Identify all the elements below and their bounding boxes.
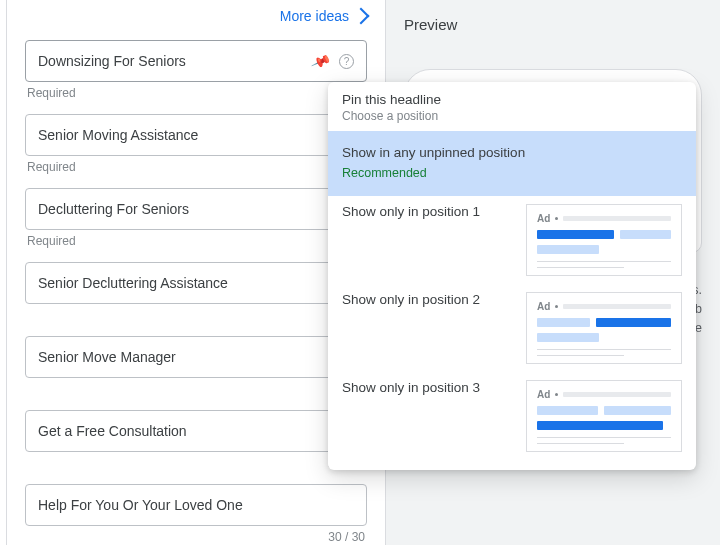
popover-subtitle: Choose a position	[342, 109, 682, 123]
popover-title: Pin this headline	[342, 92, 682, 107]
ad-position-preview-icon: Ad	[526, 204, 682, 276]
headline-input[interactable]: Senior Move Manager	[25, 336, 367, 378]
headline-text: Senior Moving Assistance	[38, 127, 198, 143]
char-counter: 30 / 30	[328, 530, 365, 544]
headline-text: Help For You Or Your Loved One	[38, 497, 243, 513]
chevron-right-icon	[353, 8, 370, 25]
pin-option-pos3[interactable]: Show only in position 3 Ad	[328, 372, 696, 460]
headline-input[interactable]: Downsizing For Seniors 📌 ?	[25, 40, 367, 82]
pin-option-pos1[interactable]: Show only in position 1 Ad	[328, 196, 696, 284]
preview-label: Preview	[404, 16, 702, 33]
headline-input[interactable]: Get a Free Consultation	[25, 410, 367, 452]
pin-option-any[interactable]: Show in any unpinned position Recommende…	[328, 131, 696, 196]
headline-input[interactable]: Senior Moving Assistance	[25, 114, 367, 156]
headline-text: Senior Move Manager	[38, 349, 176, 365]
required-label: Required	[27, 234, 76, 248]
headline-text: Downsizing For Seniors	[38, 53, 186, 69]
recommended-label: Recommended	[342, 166, 682, 180]
pin-icon[interactable]: 📌	[310, 51, 331, 72]
pin-option-label: Show in any unpinned position	[342, 145, 682, 160]
ad-position-preview-icon: Ad	[526, 380, 682, 452]
headline-text: Senior Decluttering Assistance	[38, 275, 228, 291]
more-ideas-link[interactable]: More ideas	[25, 8, 367, 24]
headline-input[interactable]: Help For You Or Your Loved One	[25, 484, 367, 526]
headline-text: Decluttering For Seniors	[38, 201, 189, 217]
more-ideas-label: More ideas	[280, 8, 349, 24]
required-label: Required	[27, 160, 76, 174]
pin-option-label: Show only in position 2	[342, 292, 480, 307]
pin-headline-popover: Pin this headline Choose a position Show…	[328, 82, 696, 470]
headline-input[interactable]: Senior Decluttering Assistance	[25, 262, 367, 304]
headline-input[interactable]: Decluttering For Seniors	[25, 188, 367, 230]
help-icon[interactable]: ?	[339, 54, 354, 69]
pin-option-pos2[interactable]: Show only in position 2 Ad	[328, 284, 696, 372]
ad-position-preview-icon: Ad	[526, 292, 682, 364]
headline-text: Get a Free Consultation	[38, 423, 187, 439]
pin-option-label: Show only in position 3	[342, 380, 480, 395]
required-label: Required	[27, 86, 76, 100]
pin-option-label: Show only in position 1	[342, 204, 480, 219]
